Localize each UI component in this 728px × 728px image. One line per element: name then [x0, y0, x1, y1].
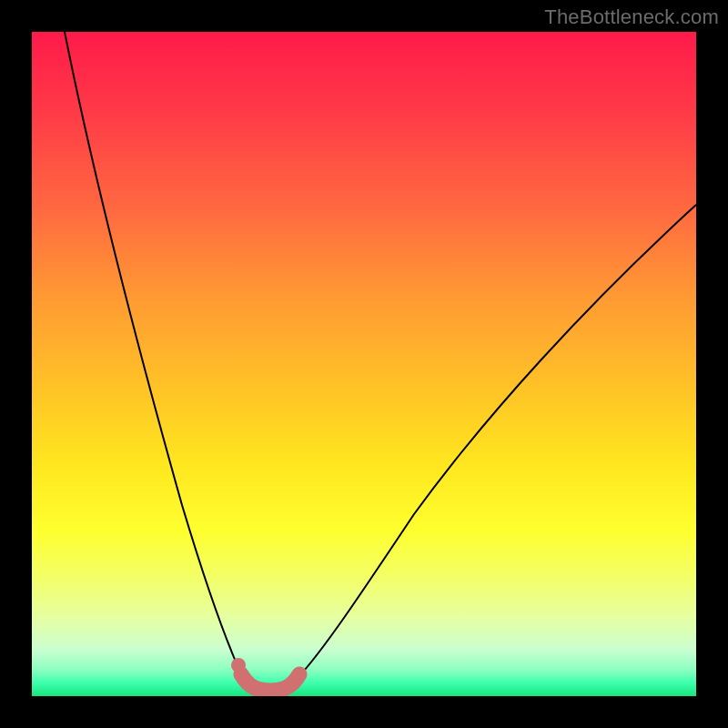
chart-svg [32, 32, 696, 696]
valley-highlight [241, 674, 299, 691]
left-descent-curve [65, 32, 243, 678]
plot-area [32, 32, 696, 696]
highlight-marker-dot [231, 658, 246, 672]
right-ascent-curve [298, 205, 696, 678]
chart-frame: TheBottleneck.com [0, 0, 728, 728]
watermark-text: TheBottleneck.com [544, 5, 719, 29]
